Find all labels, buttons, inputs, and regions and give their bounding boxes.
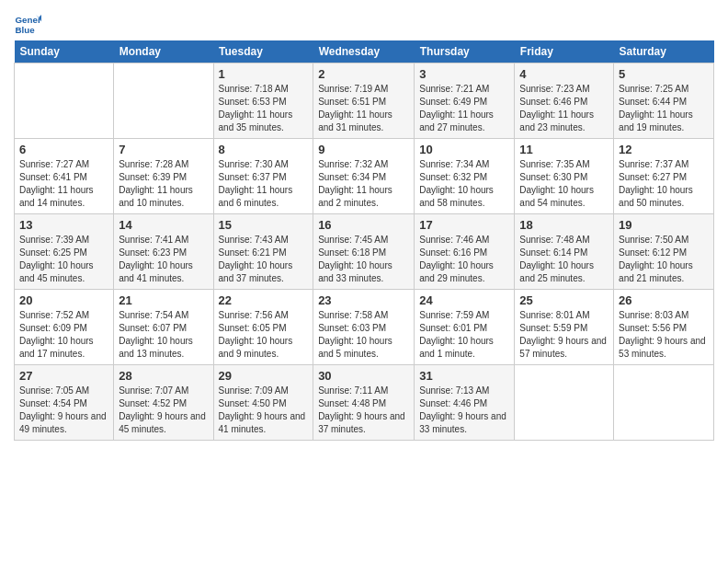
day-number: 11: [519, 143, 609, 156]
day-info: Sunrise: 7:45 AM Sunset: 6:18 PM Dayligh…: [318, 234, 409, 285]
calendar-cell: 20Sunrise: 7:52 AM Sunset: 6:09 PM Dayli…: [15, 290, 114, 365]
calendar-cell: 16Sunrise: 7:45 AM Sunset: 6:18 PM Dayli…: [313, 214, 415, 290]
weekday-header-friday: Friday: [515, 40, 614, 63]
page-container: General Blue SundayMondayTuesdayWednesda…: [0, 0, 728, 450]
day-number: 25: [519, 293, 609, 307]
day-info: Sunrise: 7:05 AM Sunset: 4:54 PM Dayligh…: [19, 385, 108, 436]
day-number: 12: [619, 143, 709, 156]
day-number: 20: [19, 293, 108, 307]
calendar-cell: [114, 63, 213, 139]
weekday-header-sunday: Sunday: [15, 40, 114, 63]
day-number: 21: [119, 293, 208, 307]
day-info: Sunrise: 7:54 AM Sunset: 6:07 PM Dayligh…: [119, 309, 208, 361]
day-info: Sunrise: 7:59 AM Sunset: 6:01 PM Dayligh…: [419, 309, 509, 361]
calendar-cell: 26Sunrise: 8:03 AM Sunset: 5:56 PM Dayli…: [614, 290, 714, 365]
day-info: Sunrise: 7:41 AM Sunset: 6:23 PM Dayligh…: [119, 234, 208, 285]
day-info: Sunrise: 7:46 AM Sunset: 6:16 PM Dayligh…: [419, 234, 509, 285]
day-number: 23: [318, 293, 409, 307]
day-number: 24: [419, 293, 509, 307]
day-number: 22: [219, 293, 309, 307]
calendar-week-row: 27Sunrise: 7:05 AM Sunset: 4:54 PM Dayli…: [15, 365, 714, 441]
day-number: 6: [19, 143, 108, 156]
calendar-cell: 8Sunrise: 7:30 AM Sunset: 6:37 PM Daylig…: [213, 139, 313, 214]
day-number: 31: [419, 369, 509, 383]
calendar-cell: [614, 365, 714, 441]
calendar-week-row: 1Sunrise: 7:18 AM Sunset: 6:53 PM Daylig…: [15, 63, 714, 139]
day-info: Sunrise: 7:18 AM Sunset: 6:53 PM Dayligh…: [219, 83, 309, 134]
calendar-cell: 22Sunrise: 7:56 AM Sunset: 6:05 PM Dayli…: [213, 290, 313, 365]
calendar-body: 1Sunrise: 7:18 AM Sunset: 6:53 PM Daylig…: [15, 63, 714, 441]
day-number: 19: [619, 218, 709, 232]
weekday-header-row: SundayMondayTuesdayWednesdayThursdayFrid…: [15, 40, 714, 63]
calendar-cell: 25Sunrise: 8:01 AM Sunset: 5:59 PM Dayli…: [515, 290, 614, 365]
calendar-week-row: 6Sunrise: 7:27 AM Sunset: 6:41 PM Daylig…: [15, 139, 714, 214]
day-number: 29: [219, 369, 309, 383]
weekday-header-thursday: Thursday: [415, 40, 515, 63]
day-number: 10: [419, 143, 509, 156]
day-info: Sunrise: 7:13 AM Sunset: 4:46 PM Dayligh…: [419, 385, 509, 436]
day-info: Sunrise: 7:32 AM Sunset: 6:34 PM Dayligh…: [318, 158, 409, 210]
calendar-cell: 15Sunrise: 7:43 AM Sunset: 6:21 PM Dayli…: [213, 214, 313, 290]
svg-text:Blue: Blue: [16, 25, 36, 35]
day-info: Sunrise: 7:43 AM Sunset: 6:21 PM Dayligh…: [219, 234, 309, 285]
calendar-cell: 19Sunrise: 7:50 AM Sunset: 6:12 PM Dayli…: [614, 214, 714, 290]
calendar-cell: [515, 365, 614, 441]
calendar-cell: 10Sunrise: 7:34 AM Sunset: 6:32 PM Dayli…: [415, 139, 515, 214]
day-info: Sunrise: 7:11 AM Sunset: 4:48 PM Dayligh…: [318, 385, 409, 436]
day-info: Sunrise: 7:27 AM Sunset: 6:41 PM Dayligh…: [19, 158, 108, 210]
calendar-header: SundayMondayTuesdayWednesdayThursdayFrid…: [15, 40, 714, 63]
day-number: 16: [318, 218, 409, 232]
day-number: 17: [419, 218, 509, 232]
calendar-cell: 11Sunrise: 7:35 AM Sunset: 6:30 PM Dayli…: [515, 139, 614, 214]
day-number: 5: [619, 67, 709, 81]
calendar-cell: 29Sunrise: 7:09 AM Sunset: 4:50 PM Dayli…: [213, 365, 313, 441]
day-info: Sunrise: 7:19 AM Sunset: 6:51 PM Dayligh…: [318, 83, 409, 134]
day-number: 15: [219, 218, 309, 232]
calendar-cell: 12Sunrise: 7:37 AM Sunset: 6:27 PM Dayli…: [614, 139, 714, 214]
day-info: Sunrise: 7:58 AM Sunset: 6:03 PM Dayligh…: [318, 309, 409, 361]
day-info: Sunrise: 7:23 AM Sunset: 6:46 PM Dayligh…: [519, 83, 609, 134]
day-info: Sunrise: 7:07 AM Sunset: 4:52 PM Dayligh…: [119, 385, 208, 436]
calendar-cell: 6Sunrise: 7:27 AM Sunset: 6:41 PM Daylig…: [15, 139, 114, 214]
logo-icon: General Blue: [14, 9, 41, 37]
calendar-cell: 13Sunrise: 7:39 AM Sunset: 6:25 PM Dayli…: [15, 214, 114, 290]
day-info: Sunrise: 7:21 AM Sunset: 6:49 PM Dayligh…: [419, 83, 509, 134]
calendar-cell: 21Sunrise: 7:54 AM Sunset: 6:07 PM Dayli…: [114, 290, 213, 365]
calendar-cell: 23Sunrise: 7:58 AM Sunset: 6:03 PM Dayli…: [313, 290, 415, 365]
calendar-cell: 28Sunrise: 7:07 AM Sunset: 4:52 PM Dayli…: [114, 365, 213, 441]
day-info: Sunrise: 7:39 AM Sunset: 6:25 PM Dayligh…: [19, 234, 108, 285]
day-number: 4: [519, 67, 609, 81]
calendar-week-row: 13Sunrise: 7:39 AM Sunset: 6:25 PM Dayli…: [15, 214, 714, 290]
calendar-cell: 1Sunrise: 7:18 AM Sunset: 6:53 PM Daylig…: [213, 63, 313, 139]
day-info: Sunrise: 8:03 AM Sunset: 5:56 PM Dayligh…: [619, 309, 709, 361]
calendar-week-row: 20Sunrise: 7:52 AM Sunset: 6:09 PM Dayli…: [15, 290, 714, 365]
calendar-cell: 9Sunrise: 7:32 AM Sunset: 6:34 PM Daylig…: [313, 139, 415, 214]
svg-text:General: General: [16, 15, 42, 25]
weekday-header-saturday: Saturday: [614, 40, 714, 63]
calendar-cell: 24Sunrise: 7:59 AM Sunset: 6:01 PM Dayli…: [415, 290, 515, 365]
calendar-cell: 30Sunrise: 7:11 AM Sunset: 4:48 PM Dayli…: [313, 365, 415, 441]
day-number: 13: [19, 218, 108, 232]
day-number: 7: [119, 143, 208, 156]
day-info: Sunrise: 7:37 AM Sunset: 6:27 PM Dayligh…: [619, 158, 709, 210]
day-number: 14: [119, 218, 208, 232]
calendar-cell: 5Sunrise: 7:25 AM Sunset: 6:44 PM Daylig…: [614, 63, 714, 139]
calendar-cell: 17Sunrise: 7:46 AM Sunset: 6:16 PM Dayli…: [415, 214, 515, 290]
day-info: Sunrise: 7:25 AM Sunset: 6:44 PM Dayligh…: [619, 83, 709, 134]
day-number: 27: [19, 369, 108, 383]
day-number: 8: [219, 143, 309, 156]
calendar-cell: 18Sunrise: 7:48 AM Sunset: 6:14 PM Dayli…: [515, 214, 614, 290]
header: General Blue: [14, 9, 714, 37]
calendar-cell: 2Sunrise: 7:19 AM Sunset: 6:51 PM Daylig…: [313, 63, 415, 139]
day-info: Sunrise: 7:56 AM Sunset: 6:05 PM Dayligh…: [219, 309, 309, 361]
calendar-cell: 7Sunrise: 7:28 AM Sunset: 6:39 PM Daylig…: [114, 139, 213, 214]
calendar-table: SundayMondayTuesdayWednesdayThursdayFrid…: [14, 40, 714, 441]
weekday-header-tuesday: Tuesday: [213, 40, 313, 63]
calendar-cell: 3Sunrise: 7:21 AM Sunset: 6:49 PM Daylig…: [415, 63, 515, 139]
calendar-cell: 4Sunrise: 7:23 AM Sunset: 6:46 PM Daylig…: [515, 63, 614, 139]
day-number: 2: [318, 67, 409, 81]
day-number: 28: [119, 369, 208, 383]
logo: General Blue: [14, 9, 41, 37]
day-info: Sunrise: 7:34 AM Sunset: 6:32 PM Dayligh…: [419, 158, 509, 210]
calendar-cell: 31Sunrise: 7:13 AM Sunset: 4:46 PM Dayli…: [415, 365, 515, 441]
